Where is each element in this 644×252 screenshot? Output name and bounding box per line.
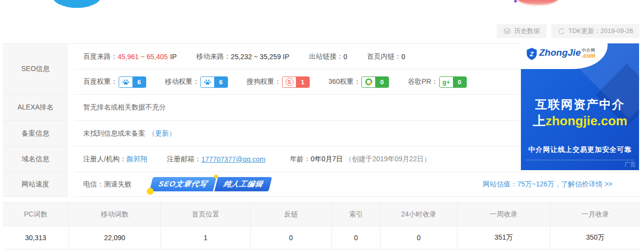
value-backlinks: 0: [250, 226, 331, 249]
weight-360-label: 360权重：: [328, 77, 360, 86]
value-mobile-words: 22,090: [68, 226, 161, 249]
weight-mobile-value: 6: [214, 77, 227, 87]
weight-google-value: 0: [453, 77, 466, 87]
layers-icon: [503, 27, 511, 35]
topbar: 历史数据 TDK更新：2019-09-26: [497, 24, 640, 38]
row-label-seo: SEO信息: [3, 44, 68, 95]
age-label: 年龄：: [290, 155, 311, 164]
beian-value: 未找到信息或未备案: [83, 129, 145, 138]
stats-header-row: PC词数 移动词数 首页位置 反链 索引 24小时收录 一周收录 一月收录: [3, 203, 640, 226]
shield-icon: Z: [526, 47, 538, 62]
weight-google-badge[interactable]: g+ 0: [439, 76, 467, 88]
value-pc-words: 30,313: [3, 226, 68, 249]
360-ring-icon: [362, 77, 375, 87]
weight-baidu-label: 百度权重：: [83, 77, 118, 86]
top-left-logo-blob: [52, 0, 101, 8]
ad-slogan: 中介网让线上交易更加安全可靠: [521, 145, 639, 154]
weight-sogou-label: 搜狗权重：: [247, 77, 281, 86]
ad-url-line: 上zhongjie.com: [521, 112, 639, 130]
homelink-label: 首页内链：: [367, 52, 401, 61]
weight-baidu-badge[interactable]: 6: [119, 76, 146, 88]
brand-com-label: .com: [581, 53, 595, 59]
ad-tag-label: 广告: [624, 160, 636, 169]
weight-baidu: 百度权重： 6: [83, 76, 146, 88]
email-link[interactable]: 177707377@qq.com: [201, 155, 265, 163]
ad-headline: 互联网资产中介: [521, 97, 639, 112]
row-label-domain: 域名信息: [3, 146, 68, 172]
value-index: 0: [331, 226, 380, 249]
row-label-alexa: ALEXA排名: [3, 95, 68, 121]
outlink-value: 0: [344, 53, 348, 61]
weight-baidu-value: 6: [132, 77, 146, 87]
speed-content: 电信：测速失败 SEO文章代写 纯人工编辑 网站估值：75万~126万，了解估价…: [74, 172, 640, 197]
header-mobile-words: 移动词数: [68, 203, 161, 226]
site-valuation-link[interactable]: 网站估值：75万~126万，了解估价详情 >>: [483, 180, 612, 189]
value-home-position: 1: [161, 226, 250, 249]
header-24h-collect: 24小时收录: [380, 203, 457, 226]
value-week-collect: 351万: [457, 226, 550, 249]
telecom-speed: 电信：测速失败: [83, 180, 131, 189]
brand-side: 中介网 .com: [581, 48, 595, 59]
weight-mobile-label: 移动权重：: [165, 77, 199, 86]
weight-google-label: 谷歌PR：: [408, 77, 438, 86]
value-month-collect: 350万: [550, 226, 640, 249]
alexa-value: 暂无排名或相关数据不充分: [83, 103, 166, 112]
homelink-value: 0: [401, 53, 405, 61]
mobile-traffic-value: 25,232 ~ 35,259 IP: [231, 53, 290, 61]
yellow-dot: [147, 188, 154, 195]
top-right-dot: [514, 0, 517, 2]
weight-sogou: 搜狗权重： S 1: [247, 76, 310, 88]
zhongjie-logo: Z ZhongJie 中介网 .com: [526, 47, 595, 62]
sogou-s-icon: S: [283, 77, 296, 87]
header-pc-words: PC词数: [3, 203, 68, 226]
ad-url: zhongjie.com: [546, 113, 627, 128]
registrant-label: 注册人/机构：: [83, 155, 127, 164]
weight-mobile: 移动权重： 6: [165, 76, 228, 88]
ad-url-prefix: 上: [533, 113, 546, 128]
baidu-traffic-label: 百度来路：: [83, 52, 118, 61]
registrant-link[interactable]: 颜郭翔: [127, 155, 147, 164]
weight-sogou-value: 1: [296, 77, 309, 87]
weight-mobile-badge[interactable]: 6: [200, 76, 228, 88]
header-index: 索引: [331, 203, 380, 226]
gutter: [68, 121, 74, 146]
tdk-update-button[interactable]: TDK更新：2019-09-26: [551, 24, 640, 38]
ad-separator: [526, 160, 634, 160]
seo-ad-right-label: 纯人工编辑: [214, 177, 272, 191]
keyword-stats-table: PC词数 移动词数 首页位置 反链 索引 24小时收录 一周收录 一月收录 30…: [3, 202, 640, 250]
history-data-button[interactable]: 历史数据: [497, 24, 547, 38]
mobile-traffic-label: 移动来路：: [196, 52, 231, 61]
row-label-speed: 网站速度: [3, 172, 68, 197]
weight-360-badge[interactable]: 0: [361, 76, 389, 88]
baidu-paw-icon: [119, 77, 132, 87]
google-plus-icon: g+: [440, 77, 453, 87]
weight-sogou-badge[interactable]: S 1: [282, 76, 310, 88]
weight-360: 360权重： 0: [328, 76, 389, 88]
seo-writing-ad-badge[interactable]: SEO文章代写 纯人工编辑: [151, 177, 270, 191]
beian-update-link[interactable]: （更新）: [148, 129, 176, 138]
header-week-collect: 一周收录: [457, 203, 550, 226]
baidu-traffic-unit: IP: [170, 53, 177, 61]
weight-360-value: 0: [375, 77, 388, 87]
outlink-label: 出站链接：: [309, 52, 344, 61]
history-data-label: 历史数据: [515, 27, 540, 36]
age-note: （创建于2019年09月22日）: [345, 155, 430, 164]
refresh-icon: [558, 28, 565, 35]
header-backlinks: 反链: [250, 203, 331, 226]
gutter: [68, 44, 74, 95]
header-home-position: 首页位置: [161, 203, 250, 226]
email-label: 注册邮箱：: [167, 155, 201, 164]
weight-google: 谷歌PR： g+ 0: [408, 76, 466, 88]
header-month-collect: 一月收录: [550, 203, 640, 226]
baidu-traffic-value: 45,961 ~ 65,405: [118, 53, 168, 61]
svg-text:Z: Z: [529, 50, 534, 58]
stats-value-row: 30,313 22,090 1 0 0 0 351万 350万: [3, 226, 640, 249]
zhongjie-ad-banner[interactable]: Z ZhongJie 中介网 .com 互联网资产中介 上zhongjie.co…: [521, 43, 639, 170]
brand-name: ZhongJie: [539, 47, 580, 58]
baidu-paw-icon: [201, 77, 214, 87]
value-24h-collect: 0: [380, 226, 457, 249]
tdk-update-label: TDK更新：2019-09-26: [569, 27, 634, 36]
section-speed: 网站速度 电信：测速失败 SEO文章代写 纯人工编辑 网站估值：75万~126万…: [3, 172, 640, 197]
top-right-logo-blob: [517, 0, 558, 6]
age-value: 0年0月7日: [311, 155, 343, 164]
